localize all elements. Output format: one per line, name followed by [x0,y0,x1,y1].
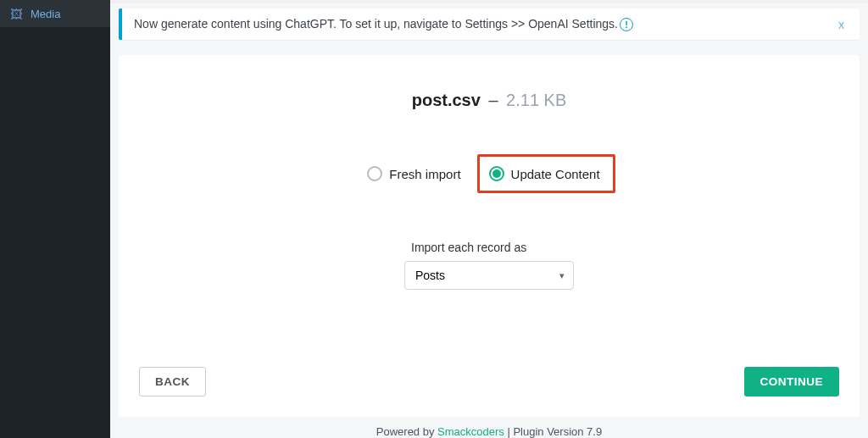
radio-label-update: Update Content [511,167,600,181]
import-mode-row: Fresh import Update Content [363,154,615,193]
notice-message: Now generate content using ChatGPT. To s… [134,17,618,30]
info-icon[interactable]: ! [620,18,633,31]
radio-fresh-import[interactable]: Fresh import [363,164,465,184]
back-button[interactable]: BACK [139,367,206,396]
admin-sidebar: 🖾Media [0,0,110,438]
footer: Powered by Smackcoders | Plugin Version … [110,417,868,438]
record-type-field: Import each record as Posts ▾ [404,241,574,290]
notice-banner: Now generate content using ChatGPT. To s… [119,8,860,40]
sidebar-item-media[interactable]: 🖾Media [0,0,110,27]
file-dash: – [484,91,503,109]
radio-icon [367,166,382,181]
button-row: BACK CONTINUE [139,367,839,396]
select-value: Posts [415,269,445,282]
radio-label-fresh: Fresh import [389,167,460,181]
sidebar-item-media-icon: 🖾 [8,6,24,21]
footer-suffix: | Plugin Version 7.9 [504,425,602,438]
sidebar-item-label: Media [31,8,103,20]
record-type-select[interactable]: Posts ▾ [404,261,574,290]
radio-icon [489,166,504,181]
notice-text: Now generate content using ChatGPT. To s… [134,17,835,31]
topbar [110,0,868,3]
continue-button[interactable]: CONTINUE [744,367,840,396]
radio-update-content[interactable]: Update Content [485,164,604,184]
main-content: Now generate content using ChatGPT. To s… [110,0,868,438]
import-panel: post.csv – 2.11 KB Fresh import Update C… [119,55,860,417]
highlight-box: Update Content [477,154,615,193]
footer-prefix: Powered by [376,425,437,438]
notice-dismiss[interactable]: x [835,18,848,31]
file-row: post.csv – 2.11 KB [412,91,567,110]
file-size: 2.11 KB [506,91,566,109]
chevron-down-icon: ▾ [559,270,565,281]
footer-link[interactable]: Smackcoders [437,425,504,438]
radio-dot-icon [492,169,501,178]
record-type-label: Import each record as [404,241,574,254]
file-name: post.csv [412,91,481,109]
